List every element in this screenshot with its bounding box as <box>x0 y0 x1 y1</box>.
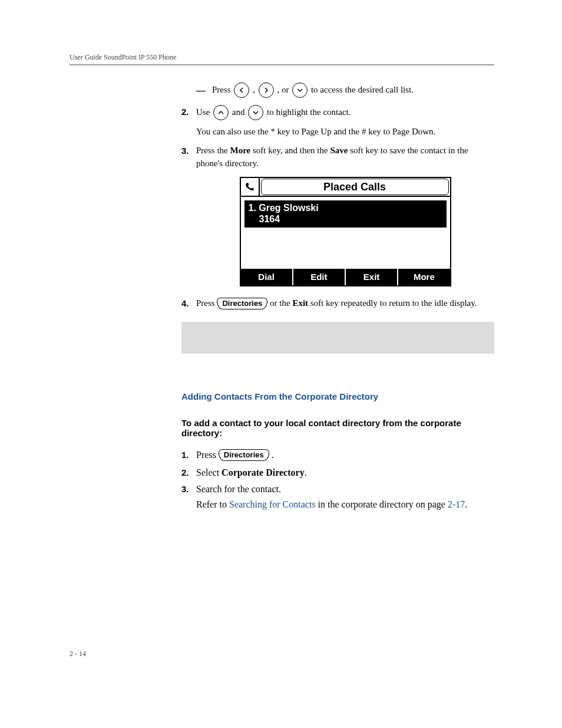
softkey-save: Save <box>330 146 348 155</box>
page-number: 2 - 14 <box>70 650 86 658</box>
dash-icon: — <box>196 84 206 97</box>
b-step-2: 2. Select Corporate Directory. <box>181 467 494 478</box>
step-2: 2. Use and to highlight the contact. You… <box>181 106 494 139</box>
phone-handset-icon <box>241 178 260 196</box>
down-arrow-icon <box>292 83 308 98</box>
step-number: 1. <box>181 450 189 460</box>
left-arrow-icon <box>234 83 249 98</box>
procedure-heading: To add a contact to your local contact d… <box>181 418 494 438</box>
text: , or <box>277 85 291 94</box>
page-header: User Guide SoundPoint IP 550 Phone <box>70 53 494 62</box>
phone-softkeys-row: Dial Edit Exit More <box>241 269 450 285</box>
text: or the <box>270 298 292 308</box>
right-arrow-icon <box>259 83 274 98</box>
step-number: 3. <box>181 144 189 157</box>
text: soft key repeatedly to return to the idl… <box>308 298 477 308</box>
down-arrow-icon <box>248 105 263 120</box>
phone-screen-figure: Placed Calls 1. Greg Slowski 3164 Dial E… <box>240 177 451 286</box>
header-rule <box>70 64 494 65</box>
text: Select <box>196 467 222 477</box>
phone-screen-title: Placed Calls <box>260 178 450 196</box>
link-page-ref[interactable]: 2-17 <box>448 499 465 509</box>
step-4: 4. Press Directories or the Exit soft ke… <box>181 297 494 310</box>
text: to highlight the contact. <box>267 107 351 117</box>
text: . <box>305 467 307 477</box>
corporate-directory-label: Corporate Directory <box>222 467 305 477</box>
step-number: 3. <box>181 484 189 494</box>
text: and <box>232 107 247 117</box>
softkey-exit: Exit <box>292 298 308 308</box>
text: to access the desired call list. <box>311 85 414 94</box>
b-step-3: 3. Search for the contact. Refer to Sear… <box>181 484 494 510</box>
text: . <box>272 450 274 460</box>
phone-call-row-selected: 1. Greg Slowski 3164 <box>244 200 447 228</box>
text: soft key, and then the <box>250 146 330 155</box>
link-searching-for-contacts[interactable]: Searching for Contacts <box>229 499 316 509</box>
sub-bullet-press-arrows: — Press , , or to access the desired cal… <box>181 83 494 98</box>
call-row-number: 3164 <box>249 214 442 225</box>
text: , <box>253 85 257 94</box>
step-number: 4. <box>181 297 189 310</box>
directories-key: Directories <box>219 449 269 461</box>
text: Search for the contact. <box>196 484 494 495</box>
step-number: 2. <box>181 467 189 477</box>
softkey-more: More <box>398 269 449 285</box>
text: Press <box>196 450 219 460</box>
softkey-edit: Edit <box>293 269 346 285</box>
section-heading: Adding Contacts From the Corporate Direc… <box>181 391 494 401</box>
text: . <box>465 499 467 509</box>
note-placeholder-box <box>181 322 494 354</box>
b-step-1: 1. Press Directories . <box>181 450 494 462</box>
up-arrow-icon <box>213 105 229 120</box>
step-3: 3. Press the More soft key, and then the… <box>181 144 494 286</box>
text: in the corporate directory on page <box>316 499 448 509</box>
text: Press <box>212 85 233 94</box>
softkey-exit: Exit <box>346 269 398 285</box>
text: Refer to <box>196 499 229 509</box>
step-2-note: You can also use the * key to Page Up an… <box>196 126 494 139</box>
text: Press <box>196 298 217 308</box>
text: Use <box>196 107 212 117</box>
call-row-name: 1. Greg Slowski <box>249 203 319 213</box>
softkey-dial: Dial <box>241 269 293 285</box>
softkey-more: More <box>230 146 251 155</box>
text: Press the <box>196 146 230 155</box>
directories-key: Directories <box>217 298 267 309</box>
step-number: 2. <box>181 106 189 118</box>
